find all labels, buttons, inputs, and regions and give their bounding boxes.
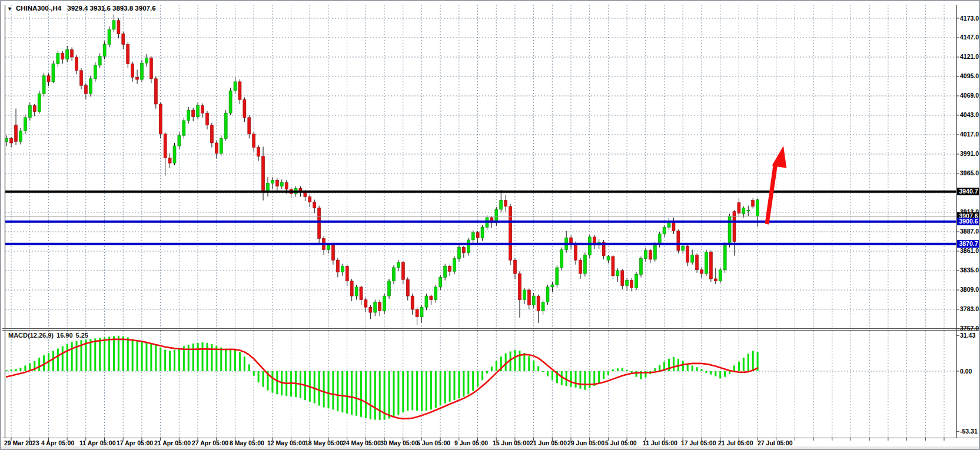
time-axis-label: 12 May 05:00 [267,439,305,446]
price-axis-label: 4121.0 [960,53,979,60]
time-axis-label: 17 Apr 05:00 [117,439,153,446]
price-axis-label: 3835.0 [960,266,979,274]
time-axis-label: 29 Jun 05:00 [567,439,604,446]
time-axis-label: 11 Jul 05:00 [643,439,677,446]
time-axis-label: 27 Jul 05:00 [758,439,793,446]
title-ohlc-values: 3929.4 3931.6 3893.8 3907.6 [67,5,155,12]
macd-signal-value: 5.25 [76,332,88,339]
price-badge-3870.7: 3870.7 [957,240,980,248]
price-axis-label: 4069.0 [960,92,979,99]
time-axis-label: 21 Jun 05:00 [530,439,567,446]
chart-window: ▼CHINA300-,H43929.4 3931.6 3893.8 3907.6… [0,0,980,450]
symbol-period-label: CHINA300-,H4 [16,5,61,12]
price-axis-label: 4147.0 [960,34,979,41]
macd-main-value: 16.90 [57,332,73,339]
macd-axis-label: 0.00 [960,368,972,375]
time-axis-label: 8 May 05:00 [230,439,264,446]
time-axis-label: 18 May 05:00 [305,439,343,446]
time-axis-label: 21 Apr 05:00 [154,439,191,446]
price-axis-label: 3809.0 [960,286,979,293]
price-badge-3900.6: 3900.6 [957,218,980,225]
time-axis-label: 9 Jun 05:00 [454,439,488,446]
symbol-dropdown-icon[interactable]: ▼ [7,6,12,12]
price-axis-label: 4173.0 [960,15,979,22]
time-axis-label: 5 Jun 05:00 [417,439,450,446]
macd-axis-label: -53.31 [960,428,978,435]
price-axis-label: 3991.0 [960,150,979,157]
price-axis-label: 3861.0 [960,247,979,254]
time-axis-label: 5 Jul 05:00 [605,439,637,446]
price-badge-3940.7: 3940.7 [957,188,980,195]
time-axis-label: 21 Jul 05:00 [718,439,753,446]
price-axis-label: 4095.0 [960,72,979,79]
price-axis-label: 3965.0 [960,169,979,176]
time-axis-label: 29 Mar 2023 [4,439,39,446]
price-axis-label: 3887.0 [960,228,979,235]
time-axis-label: 11 Apr 05:00 [79,439,115,446]
macd-indicator-label: MACD(12,26,9)16.905.25 [8,332,91,339]
time-axis-label: 15 Jun 05:00 [493,439,530,446]
candles-layer [5,15,759,325]
window-bottom-edge [1,446,979,450]
price-axis-label: 3783.0 [960,305,979,312]
time-axis-label: 30 May 05:00 [380,439,418,446]
time-axis-label: 27 Apr 05:00 [192,439,228,446]
time-axis-label: 17 Jul 05:00 [681,439,716,446]
trend-up-arrow[interactable] [765,146,787,225]
price-axis-label: 4043.0 [960,111,979,118]
time-axis-label: 4 Apr 05:00 [41,439,74,446]
price-axis-label: 4017.0 [960,131,979,138]
macd-axis-label: 31.43 [960,332,975,339]
macd-name: MACD(12,26,9) [8,332,54,339]
price-axis-label: 3757.0 [960,325,979,332]
time-axis-label: 24 May 05:00 [343,439,381,446]
chart-title: ▼CHINA300-,H43929.4 3931.6 3893.8 3907.6 [7,5,156,12]
chart-canvas[interactable] [1,1,980,450]
